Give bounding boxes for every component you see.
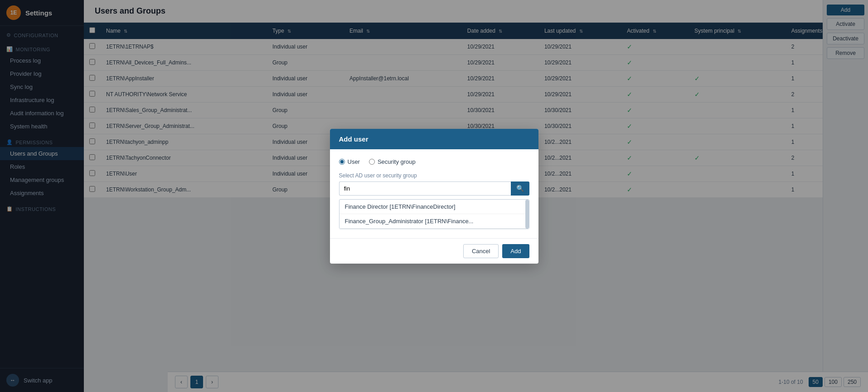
search-results-dropdown: Finance Director [1ETRN\FinanceDirector]… bbox=[339, 199, 529, 229]
dialog-title: Add user bbox=[339, 135, 369, 143]
radio-user[interactable] bbox=[339, 159, 345, 165]
radio-security-group[interactable] bbox=[369, 159, 375, 165]
search-field-label: Select AD user or security group bbox=[339, 172, 529, 179]
dialog-header: Add user bbox=[330, 129, 538, 149]
search-input[interactable] bbox=[339, 181, 511, 196]
modal-overlay[interactable]: Add user User Security group Select AD u… bbox=[0, 0, 868, 392]
dropdown-item-0[interactable]: Finance Director [1ETRN\FinanceDirector] bbox=[339, 200, 529, 214]
dialog-footer: Cancel Add bbox=[330, 238, 538, 264]
radio-user-label[interactable]: User bbox=[339, 158, 360, 165]
add-user-confirm-button[interactable]: Add bbox=[502, 244, 529, 258]
radio-security-group-label[interactable]: Security group bbox=[369, 158, 416, 165]
radio-group: User Security group bbox=[339, 158, 529, 165]
search-button[interactable]: 🔍 bbox=[511, 181, 529, 196]
cancel-button[interactable]: Cancel bbox=[463, 244, 499, 258]
scrollbar[interactable] bbox=[525, 200, 529, 229]
search-row: 🔍 bbox=[339, 181, 529, 196]
dialog-body: User Security group Select AD user or se… bbox=[330, 149, 538, 238]
add-user-dialog: Add user User Security group Select AD u… bbox=[330, 129, 538, 264]
dropdown-item-1[interactable]: Finance_Group_Administrator [1ETRN\Finan… bbox=[339, 214, 529, 229]
